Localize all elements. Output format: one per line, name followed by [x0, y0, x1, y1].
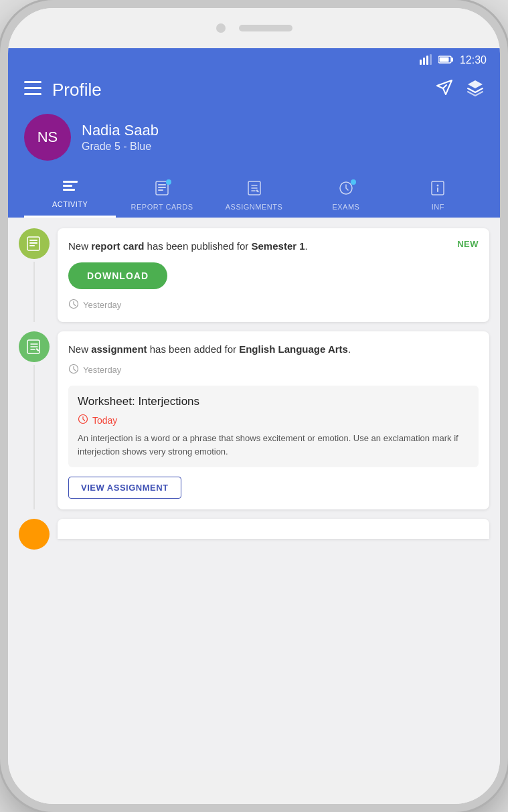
clock-icon-1: [68, 299, 79, 311]
svg-rect-10: [63, 181, 78, 183]
speaker-bar: [239, 25, 292, 31]
header-left: Profile: [24, 80, 102, 100]
tab-report-cards-label: REPORT CARDS: [131, 203, 193, 211]
report-cards-dot: [166, 179, 171, 185]
svg-rect-8: [24, 87, 41, 89]
svg-rect-0: [420, 60, 422, 65]
svg-rect-7: [24, 81, 41, 83]
tab-activity-label: ACTIVITY: [52, 200, 88, 208]
assignment-description: An interjection is a word or a phrase th…: [78, 432, 469, 458]
send-icon[interactable]: [436, 79, 453, 100]
tab-info-label: INF: [432, 203, 444, 211]
assignments-tab-icon: [248, 181, 261, 199]
due-row: Today: [78, 414, 469, 426]
tabs-bar: ACTIVITY REPORT CARDS: [24, 174, 484, 218]
header-actions: [436, 79, 484, 100]
svg-rect-21: [437, 187, 438, 192]
partial-item: [19, 519, 489, 550]
tab-exams-label: EXAMS: [332, 203, 359, 211]
status-time: 12:30: [460, 54, 487, 66]
timeline-left-1: [19, 228, 50, 322]
due-clock-icon: [78, 414, 88, 426]
page-title: Profile: [52, 80, 102, 100]
timestamp-1: Yesterday: [83, 300, 121, 310]
layers-icon[interactable]: [467, 79, 484, 100]
activity-feed: New report card has been published for S…: [8, 218, 500, 770]
card-header-1: New report card has been published for S…: [68, 239, 479, 254]
svg-rect-11: [63, 185, 72, 187]
profile-name: Nadia Saab: [82, 122, 159, 139]
screen: 12:30 Profile: [8, 48, 500, 770]
svg-rect-1: [423, 58, 425, 65]
tab-report-cards[interactable]: REPORT CARDS: [116, 174, 207, 218]
signal-icon: [420, 54, 432, 67]
download-button[interactable]: DOWNLOAD: [68, 262, 167, 289]
svg-rect-12: [63, 189, 75, 191]
svg-rect-14: [158, 184, 166, 185]
phone-bottom: [8, 770, 500, 804]
tab-assignments-label: ASSIGNMENTS: [226, 203, 283, 211]
assignment-notification: New assignment has been added for Englis…: [58, 331, 489, 510]
timeline-item-report-card: New report card has been published for S…: [19, 228, 489, 322]
tab-activity[interactable]: ACTIVITY: [24, 174, 116, 218]
timestamp-row-2: Yesterday: [68, 363, 479, 376]
battery-icon: [438, 55, 453, 66]
assignment-timeline-icon: [19, 331, 50, 362]
hamburger-icon[interactable]: [24, 81, 41, 98]
header: Profile: [8, 72, 500, 218]
tab-assignments[interactable]: ASSIGNMENTS: [208, 174, 300, 218]
partial-timeline-icon: [19, 519, 50, 550]
profile-row: NS Nadia Saab Grade 5 - Blue: [24, 114, 484, 161]
exams-dot: [351, 179, 356, 185]
due-date: Today: [92, 415, 117, 426]
svg-rect-24: [29, 242, 37, 244]
view-assignment-button[interactable]: VIEW ASSIGNMENT: [68, 477, 181, 499]
svg-point-20: [437, 185, 439, 187]
inner-assignment-card: Worksheet: Interjections Today An interj…: [68, 386, 479, 467]
exams-tab-icon: [339, 181, 353, 199]
info-tab-icon: [431, 181, 444, 199]
assignment-title: Worksheet: Interjections: [78, 395, 469, 408]
tab-exams[interactable]: EXAMS: [300, 174, 392, 218]
svg-rect-25: [29, 245, 35, 246]
svg-rect-6: [439, 57, 448, 62]
timestamp-row-1: Yesterday: [68, 299, 479, 311]
svg-rect-16: [158, 189, 163, 191]
header-top-row: Profile: [24, 79, 484, 100]
tab-info[interactable]: INF: [392, 174, 484, 218]
partial-card: [58, 519, 489, 539]
report-card-text: New report card has been published for S…: [68, 239, 457, 254]
report-card-notification: New report card has been published for S…: [58, 228, 489, 322]
timeline-line-1: [33, 262, 35, 322]
timestamp-2: Yesterday: [83, 365, 121, 375]
status-bar: 12:30: [8, 48, 500, 72]
activity-tab-icon: [63, 181, 78, 196]
new-badge: NEW: [457, 239, 479, 249]
report-cards-tab-icon: [155, 181, 169, 199]
svg-rect-15: [158, 187, 166, 188]
phone-frame: 12:30 Profile: [0, 0, 508, 812]
profile-info: Nadia Saab Grade 5 - Blue: [82, 122, 159, 153]
clock-icon-2: [68, 363, 79, 376]
report-card-timeline-icon: [19, 228, 50, 259]
profile-grade: Grade 5 - Blue: [82, 141, 159, 153]
svg-rect-9: [24, 93, 41, 95]
assignment-text: New assignment has been added for Englis…: [68, 342, 479, 357]
timeline-left-2: [19, 331, 50, 510]
timeline-item-assignment: New assignment has been added for Englis…: [19, 331, 489, 510]
timeline-line-2: [33, 365, 35, 510]
svg-rect-3: [430, 54, 432, 65]
phone-top: [8, 8, 500, 48]
svg-rect-5: [451, 58, 453, 62]
camera-dot: [216, 23, 226, 33]
svg-rect-2: [426, 56, 428, 65]
svg-rect-23: [29, 240, 37, 241]
avatar: NS: [24, 114, 71, 161]
